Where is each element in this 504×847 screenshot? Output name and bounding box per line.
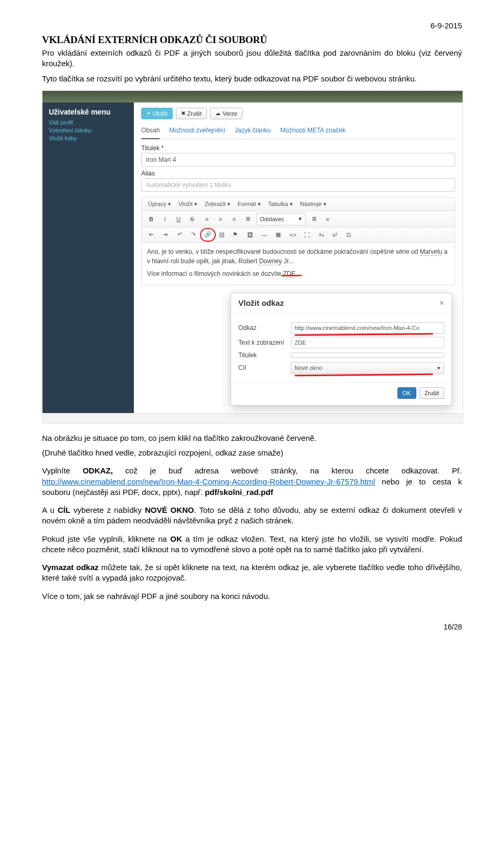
redo-icon[interactable]: ↷ <box>187 229 200 241</box>
paragraph-9: Více o tom, jak se nahrávají PDF a jiné … <box>42 591 462 602</box>
paragraph-1: Pro vkládání externích odkazů či PDF a j… <box>42 48 462 69</box>
dialog-title-input[interactable] <box>291 353 444 358</box>
sidebar: Uživatelské menu Váš profil Vytvoření čl… <box>43 102 134 413</box>
sidebar-item-profile[interactable]: Váš profil <box>49 119 128 126</box>
dialog-ok-button[interactable]: OK <box>397 387 416 399</box>
menu-table[interactable]: Tabulka ▾ <box>265 200 296 209</box>
menu-view[interactable]: Zobrazit ▾ <box>202 200 234 209</box>
indent-icon[interactable]: ⇥ <box>159 229 171 241</box>
save-button[interactable]: ✔Uložit <box>141 108 173 119</box>
page-date: 6-9-2015 <box>42 21 462 30</box>
title-label: Titulek * <box>141 144 455 152</box>
superscript-icon[interactable]: x² <box>329 229 341 241</box>
dialog-target-label: Cíl <box>238 364 291 371</box>
title-input[interactable]: Iron Man 4 <box>141 153 455 167</box>
bold-icon[interactable]: B <box>145 213 158 225</box>
menu-edit[interactable]: Úpravy ▾ <box>145 200 174 209</box>
editor-toolbar-2: ⇤ ⇥ ↶ ↷ 🔗 ⛓ ⚑ 🖼 — ▦ <box>142 228 455 243</box>
hero-banner <box>43 91 463 102</box>
paragraph-8: Vymazat odkaz můžete tak, že si opět kli… <box>42 562 462 584</box>
paragraph-4: (Druhé tlačítko hned vedle, zobrazující … <box>42 448 462 458</box>
bullet-list-icon[interactable]: ≣ <box>308 213 320 225</box>
format-select[interactable]: Odstavec▾ <box>256 213 306 225</box>
image-icon[interactable]: 🖼 <box>244 229 256 241</box>
paragraph-7: Pokud jste vše vyplnili, kliknete na OK … <box>42 534 462 555</box>
sidebar-title: Uživatelské menu <box>49 108 128 116</box>
chevron-down-icon: ▾ <box>299 215 302 222</box>
paragraph-3: Na obrázku je situace po tom, co jsem kl… <box>42 433 462 443</box>
menu-tools[interactable]: Nástroje ▾ <box>297 200 330 209</box>
menu-insert[interactable]: Vložit ▾ <box>175 200 201 209</box>
remove-link-icon[interactable]: ⛓ <box>215 229 228 241</box>
section-heading: VKLÁDÁNÍ EXTERNÍCH ODKAZŮ ČI SOUBORŮ <box>42 34 462 46</box>
check-icon: ✔ <box>146 110 151 116</box>
align-left-icon[interactable]: ≡ <box>201 213 213 225</box>
sidebar-item-create-article[interactable]: Vytvoření článku <box>49 127 128 133</box>
italic-icon[interactable]: I <box>159 213 171 225</box>
alias-input[interactable]: Automatické vytvoření z titulku <box>141 178 455 192</box>
content-line2a: Více informací o filmových novinkách se … <box>147 270 283 277</box>
tab-meta[interactable]: Možnosti META značek <box>280 123 346 139</box>
content-line1c: Jr... <box>282 257 294 265</box>
fullscreen-icon[interactable]: ⛶ <box>300 229 313 241</box>
outdent-icon[interactable]: ⇤ <box>145 229 158 241</box>
dialog-target-select[interactable]: Nové okno▾ <box>291 362 444 374</box>
cinemablend-link[interactable]: http://www.cinemablend.com/new/Iron-Man-… <box>42 477 375 486</box>
content-marvelu: Marvelu <box>420 248 443 256</box>
align-center-icon[interactable]: ≡ <box>214 213 227 225</box>
sidebar-item-upload-photos[interactable]: Vložit fotky <box>49 135 128 141</box>
undo-icon[interactable]: ↶ <box>173 229 186 241</box>
editor: Úpravy ▾ Vložit ▾ Zobrazit ▾ Formát ▾ Ta… <box>141 197 455 285</box>
insert-link-dialog: Vložit odkaz × Odkaz http://www.cinemabl… <box>230 293 452 406</box>
subscript-icon[interactable]: x₂ <box>315 229 328 241</box>
alias-label: Alias <box>141 170 455 177</box>
versions-button[interactable]: ☁Verze <box>210 108 243 119</box>
dialog-url-label: Odkaz <box>238 324 291 332</box>
dialog-text-label: Text k zobrazení <box>238 339 291 346</box>
dialog-title-label: Titulek <box>238 352 291 359</box>
table-icon[interactable]: ▦ <box>272 229 285 241</box>
paragraph-6: A u CÍL vyberete z nabídky NOVÉ OKNO. To… <box>42 505 462 526</box>
paragraph-5: Vyplníte ODKAZ, což je buď adresa webové… <box>42 466 462 498</box>
underline-icon[interactable]: U <box>172 213 185 225</box>
dialog-title: Vložit odkaz <box>238 298 284 307</box>
hr-icon[interactable]: — <box>258 229 271 241</box>
insert-link-icon[interactable]: 🔗 <box>202 229 214 241</box>
tab-publishing[interactable]: Možnosti zveřejnění <box>169 123 225 139</box>
cloud-icon: ☁ <box>215 110 220 116</box>
editor-toolbar-1: B I U S ≡ ≡ ≡ ≣ Odstavec▾ ≣ ≡ <box>142 211 455 228</box>
screenshot-footer <box>43 413 463 423</box>
special-char-icon[interactable]: Ω <box>342 229 355 241</box>
red-underline-mark <box>281 272 302 277</box>
dialog-close-icon[interactable]: × <box>439 298 444 308</box>
number-list-icon[interactable]: ≡ <box>321 213 334 225</box>
source-icon[interactable]: <> <box>287 229 299 241</box>
tab-language[interactable]: Jazyk článku <box>235 123 271 139</box>
screenshot-panel: Uživatelské menu Váš profil Vytvoření čl… <box>42 90 463 424</box>
chevron-down-icon: ▾ <box>437 365 440 371</box>
tabs: Obsah Možnosti zveřejnění Jazyk článku M… <box>141 123 455 139</box>
dialog-text-input[interactable]: ZDE <box>291 337 444 348</box>
tab-content[interactable]: Obsah <box>141 123 160 139</box>
page-number: 16/28 <box>42 623 462 631</box>
editor-content[interactable]: Ano, je to venku, v blíže nespecifikovan… <box>142 243 455 285</box>
dialog-cancel-button[interactable]: Zrušit <box>419 387 445 399</box>
anchor-icon[interactable]: ⚑ <box>229 229 242 241</box>
menu-format[interactable]: Formát ▾ <box>235 200 264 209</box>
content-downey: Downey <box>259 257 281 265</box>
main-area: ✔Uložit ✖Zrušit ☁Verze Obsah Možnosti zv… <box>134 102 463 413</box>
align-justify-icon[interactable]: ≣ <box>242 213 254 225</box>
strike-icon[interactable]: S <box>186 213 198 225</box>
dialog-url-input[interactable]: http://www.cinemablend.com/new/Iron-Man-… <box>291 322 444 334</box>
editor-menubar: Úpravy ▾ Vložit ▾ Zobrazit ▾ Formát ▾ Ta… <box>142 198 455 211</box>
cancel-icon: ✖ <box>181 110 185 116</box>
cancel-button[interactable]: ✖Zrušit <box>176 108 207 119</box>
paragraph-2: Tyto tlačítka se rozsvítí po vybrání urč… <box>42 74 462 84</box>
align-right-icon[interactable]: ≡ <box>228 213 240 225</box>
content-line1a: Ano, je to venku, v blíže nespecifikovan… <box>147 248 420 255</box>
